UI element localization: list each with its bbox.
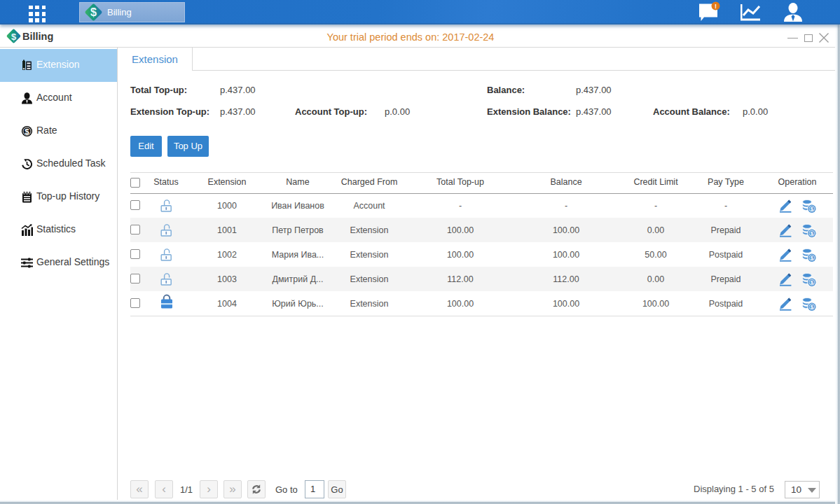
svg-text:$: $ bbox=[25, 127, 29, 136]
svg-text:!: ! bbox=[715, 3, 717, 10]
svg-text:$: $ bbox=[90, 6, 97, 18]
